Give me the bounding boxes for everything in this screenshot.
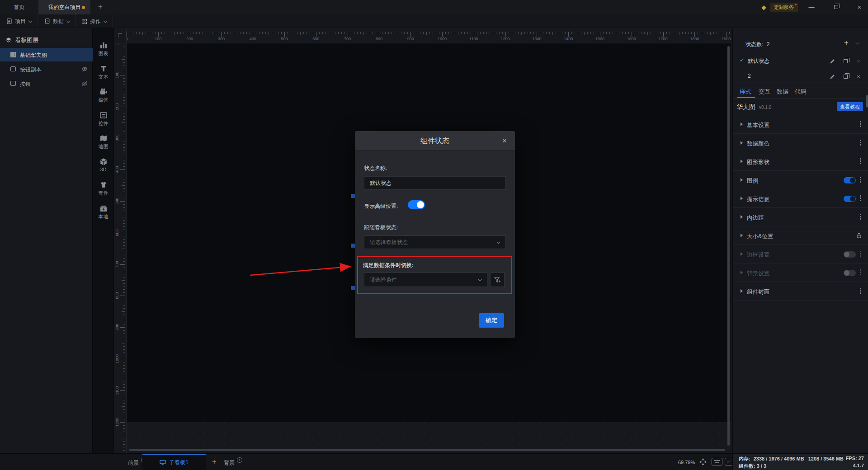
tool-local[interactable]: 本地 xyxy=(93,204,114,220)
tool-chart[interactable]: 图表 xyxy=(93,41,114,57)
vertical-scrollbar[interactable] xyxy=(727,46,730,446)
state-row-default[interactable]: ✓ 默认状态 × xyxy=(733,53,868,69)
ruler-tick xyxy=(123,334,125,334)
horizontal-scrollbar[interactable] xyxy=(129,449,725,451)
section-tooltip[interactable]: 提示信息 xyxy=(733,189,868,208)
section-menu-icon[interactable] xyxy=(860,121,861,122)
section-size-position[interactable]: 大小&位置 xyxy=(733,226,868,245)
foreground-label[interactable]: 前景 xyxy=(128,459,139,467)
background-label[interactable]: 背景 xyxy=(224,459,235,467)
expand-arrow-icon[interactable] xyxy=(741,141,743,145)
add-background-icon[interactable]: + xyxy=(237,457,242,463)
section-menu-icon[interactable] xyxy=(860,214,861,215)
expand-arrow-icon[interactable] xyxy=(741,271,743,274)
restore-button[interactable] xyxy=(828,0,844,14)
close-button[interactable]: × xyxy=(852,0,867,14)
expand-arrow-icon[interactable] xyxy=(741,197,743,200)
ruler-tick xyxy=(322,32,323,34)
section-border-settings[interactable]: 边框设置 xyxy=(733,245,868,263)
section-label: 图例 xyxy=(747,177,758,185)
ruler-tick xyxy=(123,371,125,372)
visibility-off-icon[interactable] xyxy=(81,80,88,87)
layer-item[interactable]: 基础华夫图 xyxy=(0,48,93,61)
section-menu-icon[interactable] xyxy=(860,288,861,289)
ruler-tick xyxy=(354,32,354,34)
ruler-tick xyxy=(122,311,125,312)
section-legend[interactable]: 图例 xyxy=(733,171,868,189)
modal-close-button[interactable]: × xyxy=(500,136,509,146)
tool-kit[interactable]: 套件 xyxy=(93,180,114,197)
ruler-tick xyxy=(698,32,698,34)
section-toggle[interactable] xyxy=(844,251,856,258)
tool-text[interactable]: 文本 xyxy=(93,64,114,80)
section-menu-icon[interactable] xyxy=(860,177,861,178)
menu-data[interactable]: 数据 xyxy=(38,14,76,28)
section-menu-icon[interactable] xyxy=(860,269,861,271)
state-row-2[interactable]: 2 × xyxy=(733,69,868,84)
collapse-chevron-icon[interactable] xyxy=(855,41,859,44)
tab-project[interactable]: 我的空白项目 xyxy=(38,0,90,14)
edit-icon[interactable] xyxy=(829,73,836,80)
visibility-off-icon[interactable] xyxy=(81,66,88,72)
tab-style[interactable]: 样式 xyxy=(740,88,751,96)
section-toggle[interactable] xyxy=(844,196,856,202)
section-menu-icon[interactable] xyxy=(860,251,861,252)
section-component-cover[interactable]: 组件封面 xyxy=(733,282,868,301)
menu-project[interactable]: 项目 xyxy=(0,14,38,28)
ruler-tick xyxy=(533,32,534,34)
layer-item[interactable]: 按钮副本 xyxy=(0,62,93,76)
board-state-select[interactable]: 请选择看板状态 xyxy=(364,235,506,249)
tab-data[interactable]: 数据 xyxy=(777,88,788,96)
ruler-tick xyxy=(221,32,222,37)
minimize-button[interactable]: — xyxy=(804,0,819,14)
section-menu-icon[interactable] xyxy=(860,140,861,141)
expand-arrow-icon[interactable] xyxy=(741,215,743,219)
zoom-level[interactable]: 69.79% xyxy=(678,460,695,465)
duplicate-icon[interactable] xyxy=(842,57,849,65)
tutorial-button[interactable]: 查看教程 xyxy=(837,102,863,111)
panel-scrollbar[interactable] xyxy=(866,95,868,108)
advanced-settings-toggle[interactable] xyxy=(408,200,425,209)
lock-icon[interactable] xyxy=(856,232,862,239)
layer-item[interactable]: 按钮 xyxy=(0,77,93,90)
section-basic-settings[interactable]: 基本设置 xyxy=(733,115,868,134)
section-menu-icon[interactable] xyxy=(860,195,861,197)
expand-arrow-icon[interactable] xyxy=(741,122,743,126)
expand-arrow-icon[interactable] xyxy=(741,178,743,182)
section-toggle[interactable] xyxy=(844,270,856,276)
tool-cube[interactable]: 3D xyxy=(93,157,114,172)
section-menu-icon[interactable] xyxy=(860,158,861,160)
section-graph-shape[interactable]: 图形形状 xyxy=(733,152,868,171)
tool-widget[interactable]: 控件 xyxy=(93,111,114,127)
section-toggle[interactable] xyxy=(844,177,856,183)
tab-interaction[interactable]: 交互 xyxy=(759,88,770,96)
ruler-label: 1800 xyxy=(690,37,699,41)
add-state-button[interactable]: + xyxy=(841,38,851,48)
tab-home[interactable]: 首页 xyxy=(0,0,38,14)
section-data-colors[interactable]: 数据颜色 xyxy=(733,134,868,152)
state-name-input[interactable]: 默认状态 xyxy=(364,176,506,190)
add-board-button[interactable]: + xyxy=(210,457,219,466)
shortcut-keyboard-icon[interactable] xyxy=(712,458,722,465)
tab-code[interactable]: 代码 xyxy=(795,88,807,96)
expand-arrow-icon[interactable] xyxy=(741,234,743,237)
ruler-tick xyxy=(123,220,125,221)
menu-actions[interactable]: 操作 xyxy=(75,14,113,28)
fit-screen-icon[interactable] xyxy=(699,458,707,466)
tool-map[interactable]: 地图 xyxy=(93,134,114,150)
ruler-tick xyxy=(237,32,237,35)
section-background-settings[interactable]: 背景设置 xyxy=(733,263,868,282)
expand-arrow-icon[interactable] xyxy=(741,289,743,293)
expand-arrow-icon[interactable] xyxy=(741,160,743,163)
ok-button[interactable]: 确定 xyxy=(479,313,504,328)
ruler-tick xyxy=(256,32,256,34)
expand-arrow-icon[interactable] xyxy=(741,252,743,256)
section-padding[interactable]: 内边距 xyxy=(733,208,868,226)
custom-service-badge[interactable]: 定制服务 xyxy=(770,3,798,12)
delete-icon[interactable]: × xyxy=(855,73,862,80)
duplicate-icon[interactable] xyxy=(842,73,849,80)
new-project-tab-button[interactable]: + xyxy=(95,0,106,14)
tool-media[interactable]: 媒体 xyxy=(93,87,114,103)
edit-icon[interactable] xyxy=(829,57,836,65)
subboard-tab[interactable]: 子看板1 xyxy=(142,454,206,470)
